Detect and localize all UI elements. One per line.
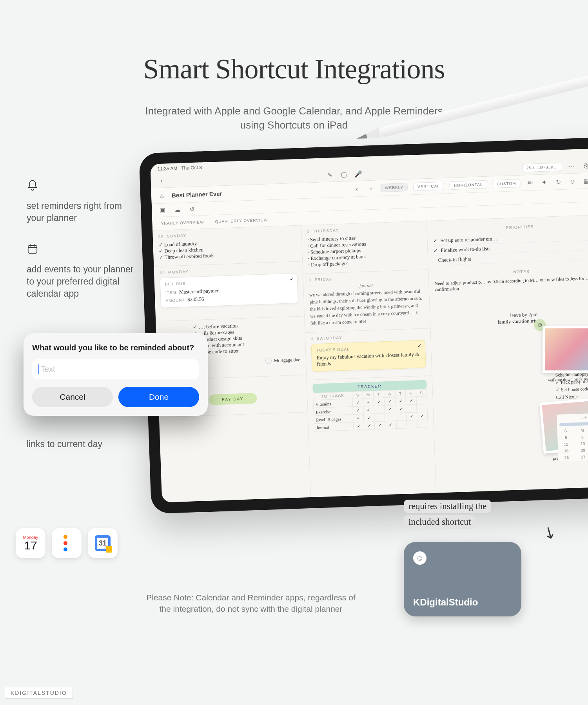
tracker-cell: ✓ — [417, 412, 427, 420]
view-tab-vertical[interactable]: VERTICAL — [413, 182, 444, 191]
tracker-cell — [385, 413, 396, 421]
tracker-cell: ✓ — [363, 406, 374, 414]
bill-title: BILL DUE — [165, 277, 292, 286]
tracker-cell — [417, 404, 427, 412]
tracker-cell: ✓ — [385, 405, 396, 413]
check-icon: ✓ — [289, 276, 294, 282]
mini-cal-day: M — [574, 427, 588, 434]
check-icon: ✓ — [433, 237, 437, 244]
annotation-links: links to current day — [27, 438, 136, 450]
pen-tool-icon[interactable]: ✏ — [526, 178, 535, 187]
day-num: 2 — [307, 229, 310, 234]
list-item: Pack passports — [561, 379, 588, 385]
apps-icon[interactable]: ▣ — [158, 206, 167, 215]
tracker-cell: ✓ — [364, 422, 375, 430]
tracker-cell — [396, 413, 407, 421]
dot-icon — [64, 547, 67, 551]
status-date: Thu Oct 3 — [181, 165, 202, 171]
bill-item: Mastercard payment — [179, 288, 221, 295]
app-icons-row: Monday 17 31 — [16, 528, 118, 558]
circle-icon — [265, 357, 272, 364]
subtitle-line-2: using Shortcuts on iPad — [240, 119, 348, 131]
day-num: 30 — [160, 270, 165, 275]
day-num: 4 — [311, 336, 314, 341]
tracker-cell — [417, 420, 428, 428]
tab-yearly[interactable]: YEARLY OVERVIEW — [161, 220, 204, 226]
cancel-button[interactable]: Cancel — [32, 387, 113, 407]
popup-placeholder: Text — [41, 365, 55, 374]
planner-col-2: 2THURSDAY Send itinerary to sitter Call … — [301, 221, 436, 497]
view-tab-horizontal[interactable]: HORIZONTAL — [449, 180, 487, 190]
day-monday: 30MONDAY ✓ BILL DUE ITEM: Mastercard pay… — [154, 261, 304, 321]
shortcut-widget[interactable]: ☺ KDigitalStudio — [404, 542, 521, 616]
ellipsis-icon[interactable]: ⋯ — [568, 162, 577, 171]
tab-quarterly[interactable]: QUARTERLY OVERVIEW — [215, 217, 268, 224]
tracker-day: F — [406, 390, 416, 397]
reminder-popup: What would you like to be reminded about… — [24, 333, 208, 416]
view-tab-weekly[interactable]: WEEKLY — [381, 183, 408, 192]
priority-text: Set up auto responder em… — [440, 236, 497, 244]
sparkle-icon[interactable]: ✦ — [540, 178, 549, 187]
tracker-cell: ✓ — [396, 397, 406, 405]
goal-label: TODAY'S GOAL — [316, 344, 420, 352]
mini-cal-bar — [559, 421, 588, 426]
day-label: SATURDAY — [317, 335, 342, 341]
done-button[interactable]: Done — [118, 387, 199, 407]
shortcut-name: KDigitalStudio — [413, 597, 478, 608]
annotation-reminders-text: set reminders right from your planner — [27, 201, 122, 223]
tracker-cell — [416, 396, 427, 404]
annotation-events: add events to your planner to your prefe… — [27, 243, 136, 300]
tracker-cell — [374, 413, 385, 422]
photo-1 — [543, 326, 588, 373]
tracker-cell: ✓ — [352, 399, 363, 407]
file-chip[interactable]: 25-L-LM-Sun… — [522, 163, 563, 172]
mini-cal-cell: 6 — [574, 433, 588, 440]
page-add-icon[interactable]: ⎘ — [582, 161, 588, 170]
check-icon: ✓ — [417, 343, 422, 349]
smiley-icon[interactable]: ☺ — [568, 177, 577, 186]
priorities-heading: PRIORITIES — [432, 222, 588, 232]
apple-calendar-icon: Monday 17 — [16, 528, 45, 558]
bill-due-card: ✓ BILL DUE ITEM: Mastercard payment AMOU… — [160, 273, 298, 308]
goal-text: Enjoy my fabulous vacation with closest … — [317, 351, 421, 367]
day-sunday: 28SUNDAY Load of laundry Deep clean kitc… — [152, 225, 302, 266]
gcal-num: 31 — [95, 535, 111, 551]
day-saturday: 4SATURDAY ✓ TODAY'S GOAL Enjoy my fabulo… — [305, 328, 432, 380]
tracker-cell: ✓ — [353, 414, 364, 422]
mic-icon[interactable]: 🎤 — [354, 169, 363, 178]
smiley-icon: ☺ — [413, 551, 426, 565]
watermark: KDIGITALSTUDIO — [5, 687, 73, 699]
pencil-icon[interactable]: ✎ — [325, 170, 334, 179]
refresh-icon[interactable]: ↻ — [554, 178, 563, 187]
home-icon[interactable]: ⌂ — [158, 191, 167, 200]
mini-calendar: JANU… S M T W 56781213141519202122262728… — [557, 412, 588, 461]
day-num: 28 — [158, 234, 164, 239]
tracker-day: M — [363, 391, 374, 399]
back-icon[interactable]: ‹ — [157, 176, 166, 185]
sync-icon[interactable]: ↺ — [188, 205, 197, 214]
tracker-cell — [374, 406, 385, 414]
payday-sticker: PAY DAY — [209, 393, 257, 405]
journal-text: we wandered through charming streets lin… — [309, 288, 425, 327]
planner-sidebar: PRIORITIES ✓Set up auto responder em… ✓F… — [427, 215, 588, 493]
shapes-icon[interactable]: ▢ — [339, 170, 348, 179]
dot-icon — [64, 535, 67, 539]
todays-goal-card: ✓ TODAY'S GOAL Enjoy my fabulous vacatio… — [311, 340, 426, 372]
tracker-cell: ✓ — [407, 412, 417, 420]
ipad-device: 11:35 AM Thu Oct 3 ‹ ✎ ▢ 🎤 25-L-LM-Sun… … — [139, 137, 588, 514]
popup-text-field[interactable]: Text — [32, 359, 199, 379]
shortcut-label-2: included shortcut — [404, 515, 475, 529]
tracker-cell: ✓ — [384, 397, 396, 406]
grid-icon[interactable]: ▦ — [582, 176, 588, 185]
vacation-line-2: family vacation trip — [497, 317, 538, 325]
nav-prev-icon[interactable]: ‹ — [352, 185, 361, 194]
cloud-icon[interactable]: ☁ — [173, 205, 182, 214]
subtitle-line-1: Integrated with Apple and Google Calenda… — [145, 105, 443, 117]
ipad-screen: 11:35 AM Thu Oct 3 ‹ ✎ ▢ 🎤 25-L-LM-Sun… … — [150, 148, 588, 502]
mortgage-label: Mortgage due — [274, 357, 300, 363]
mini-cal-cell: 20 — [575, 447, 588, 454]
view-tab-custom[interactable]: CUSTOM — [492, 179, 521, 188]
tracker-block: TRACKER TO TRACK S M T W T F S Vitamins✓… — [307, 376, 434, 437]
bill-amount-label: AMOUNT: — [165, 298, 186, 303]
nav-next-icon[interactable]: › — [367, 184, 376, 193]
